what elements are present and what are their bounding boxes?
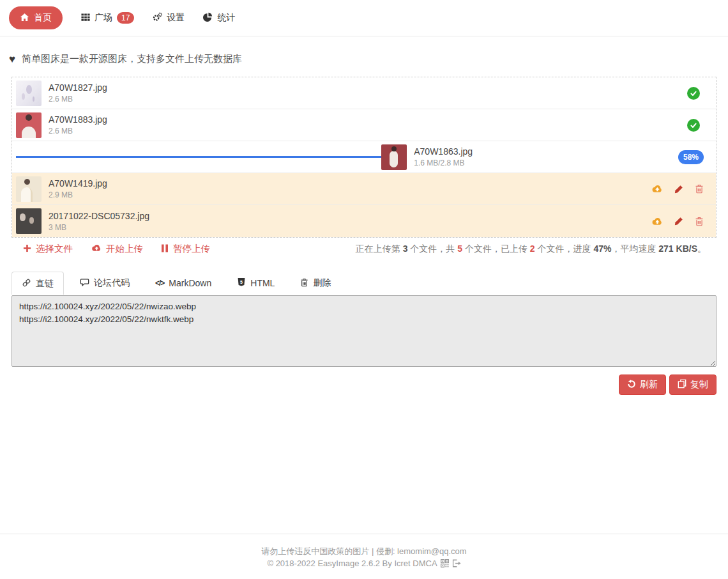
refresh-label: 刷新: [640, 379, 658, 390]
delete-file-icon[interactable]: [695, 217, 704, 226]
subtitle-text: 简单图床是一款开源图床，支持多文件上传无数据库: [22, 53, 242, 65]
file-size: 2.6 MB: [49, 95, 107, 104]
tab-forum-code-label: 论坛代码: [94, 277, 130, 289]
start-upload-button[interactable]: 开始上传: [91, 243, 143, 255]
trash-icon: [300, 278, 308, 289]
refresh-button[interactable]: 刷新: [619, 374, 666, 395]
nav-home[interactable]: 首页: [9, 6, 63, 29]
success-check-icon: [687, 119, 700, 132]
file-name: 20171022-DSC05732.jpg: [49, 210, 149, 222]
file-row-queued: 20171022-DSC05732.jpg 3 MB: [12, 205, 716, 237]
tab-delete-label: 删除: [313, 277, 331, 289]
upload-queue: A70W1827.jpg 2.6 MB A70W1883.jpg 2.6 MB: [11, 77, 717, 238]
start-upload-label: 开始上传: [106, 243, 143, 255]
average-speed: 271 KB/S: [658, 243, 697, 254]
pause-upload-button[interactable]: 暂停上传: [161, 243, 210, 255]
file-status: [687, 119, 712, 132]
qr-code-icon[interactable]: [441, 559, 449, 571]
upload-progress-bar: [16, 156, 381, 158]
delete-file-icon[interactable]: [695, 184, 704, 194]
file-row: A70W1827.jpg 2.6 MB: [12, 77, 716, 109]
file-size: 3 MB: [49, 223, 149, 233]
copy-icon: [678, 379, 686, 390]
nav-stats-label: 统计: [217, 12, 235, 24]
file-thumbnail: [381, 144, 407, 170]
upload-file-icon[interactable]: [651, 217, 663, 226]
nav-settings-label: 设置: [167, 12, 185, 24]
plus-icon: [23, 244, 31, 254]
svg-text:5: 5: [240, 280, 243, 284]
file-info: A70W1827.jpg 2.6 MB: [49, 82, 107, 104]
file-actions: [651, 184, 712, 194]
stats-pie-icon: [203, 12, 213, 24]
home-icon: [20, 13, 29, 24]
upload-status-text: 正在上传第 3 个文件，共 5 个文件，已上传 2 个文件，进度 47%，平均速…: [356, 243, 715, 255]
file-info: A70W1863.jpg 1.6 MB/2.8 MB: [414, 146, 473, 168]
file-thumbnail: [16, 176, 42, 202]
tab-direct-link[interactable]: 直链: [11, 272, 64, 295]
copy-label: 复制: [690, 379, 708, 390]
file-size: 1.6 MB/2.8 MB: [414, 158, 473, 168]
file-row-uploading: A70W1863.jpg 1.6 MB/2.8 MB 58%: [12, 141, 716, 173]
file-name: A70W1827.jpg: [49, 82, 107, 93]
tab-markdown[interactable]: </> MarkDown: [146, 272, 221, 295]
tab-html[interactable]: 5 HTML: [227, 272, 284, 295]
upload-toolbar: 选择文件 开始上传 暂停上传 正在上传第 3 个文件，共 5 个文件，已上传 2…: [11, 238, 717, 258]
settings-cogs-icon: [153, 12, 162, 24]
pause-upload-label: 暂停上传: [173, 243, 210, 255]
nav-home-label: 首页: [34, 12, 52, 24]
tab-forum-code[interactable]: 论坛代码: [70, 272, 139, 295]
file-row: A70W1883.jpg 2.6 MB: [12, 109, 716, 141]
links-textarea[interactable]: https://i2.100024.xyz/2022/05/22/nwizao.…: [11, 295, 717, 367]
file-thumbnail: [16, 112, 42, 138]
file-thumbnail: [16, 208, 42, 234]
nav-settings[interactable]: 设置: [153, 12, 185, 24]
success-check-icon: [687, 87, 700, 100]
file-thumbnail: [16, 81, 42, 106]
file-actions: [651, 217, 712, 226]
progress-percent-badge: 58%: [678, 150, 704, 164]
nav-plaza-label: 广场: [95, 12, 112, 24]
file-size: 2.6 MB: [49, 127, 107, 136]
tab-direct-link-label: 直链: [36, 278, 54, 290]
main-content: A70W1827.jpg 2.6 MB A70W1883.jpg 2.6 MB: [11, 77, 717, 395]
page-footer: 请勿上传违反中国政策的图片 | 侵删: lemomim@qq.com © 201…: [0, 534, 728, 579]
file-name: A70W1863.jpg: [414, 146, 473, 157]
footer-policy-line: 请勿上传违反中国政策的图片 | 侵删: lemomim@qq.com: [0, 545, 728, 557]
footer-copyright-line: © 2018-2022 EasyImage 2.6.2 By Icret DMC…: [0, 557, 728, 571]
pause-icon: [161, 244, 169, 254]
file-name: A70W1883.jpg: [49, 114, 107, 125]
file-status: [687, 87, 712, 100]
upload-file-icon[interactable]: [651, 184, 663, 194]
overall-progress-percent: 47%: [593, 243, 611, 254]
link-icon: [22, 278, 31, 290]
file-info: A70W1419.jpg 2.9 MB: [49, 178, 107, 200]
copy-button[interactable]: 复制: [669, 374, 717, 395]
file-row-queued: A70W1419.jpg 2.9 MB: [12, 173, 716, 205]
actions-row: 刷新 复制: [11, 374, 717, 395]
toolbar-buttons: 选择文件 开始上传 暂停上传: [13, 243, 210, 255]
file-size: 2.9 MB: [49, 190, 107, 200]
html5-icon: 5: [237, 277, 246, 289]
total-file-count: 5: [457, 243, 462, 254]
nav-stats[interactable]: 统计: [203, 12, 235, 24]
tab-delete[interactable]: 删除: [291, 272, 340, 295]
edit-file-icon[interactable]: [674, 217, 683, 226]
site-subtitle: ♥ 简单图床是一款开源图床，支持多文件上传无数据库: [9, 53, 728, 65]
comment-icon: [80, 277, 89, 289]
edit-file-icon[interactable]: [674, 185, 683, 194]
tab-html-label: HTML: [250, 278, 275, 288]
plaza-count-badge: 17: [117, 12, 134, 24]
tab-markdown-label: MarkDown: [169, 278, 211, 288]
pick-files-button[interactable]: 选择文件: [23, 243, 73, 255]
file-info: A70W1883.jpg 2.6 MB: [49, 114, 107, 136]
file-status: 58%: [678, 150, 712, 164]
heart-icon: ♥: [9, 54, 15, 65]
pick-files-label: 选择文件: [36, 243, 73, 255]
logout-icon[interactable]: [452, 559, 461, 571]
file-info: 20171022-DSC05732.jpg 3 MB: [49, 210, 149, 233]
navbar: 首页 广场 17 设置 统计: [0, 0, 728, 36]
file-name: A70W1419.jpg: [49, 178, 107, 189]
cloud-upload-icon: [91, 243, 102, 254]
nav-plaza[interactable]: 广场 17: [81, 12, 134, 24]
